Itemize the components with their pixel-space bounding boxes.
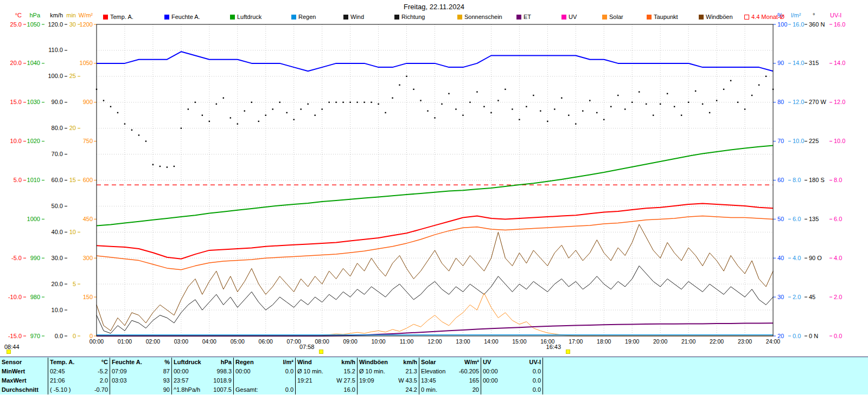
axis-tick-label: 135 xyxy=(809,216,819,222)
axis-tick-label: 14.0 xyxy=(834,60,845,66)
axis-tick-label: 100 xyxy=(777,21,787,28)
series-richtung-dot xyxy=(413,89,414,90)
x-axis-label: 17:00 xyxy=(569,338,583,345)
stats-cell: 0.0 xyxy=(516,367,542,376)
axis-tick-label: 970 xyxy=(30,333,40,339)
series-richtung-dot xyxy=(131,130,132,131)
series-richtung-dot xyxy=(399,85,400,86)
series-richtung-dot xyxy=(392,98,393,99)
series-richtung-dot xyxy=(455,108,456,109)
stats-cell: 13:45 xyxy=(419,376,455,385)
stats-cell xyxy=(357,385,393,394)
series-richtung-dot xyxy=(300,108,301,109)
stats-cell: 00:00 xyxy=(233,367,269,376)
series-richtung-dot xyxy=(209,121,210,122)
axis-tick-label: 8.0 xyxy=(793,177,801,183)
axis-tick-label: 15.0 xyxy=(10,99,22,105)
x-axis-label: 03:00 xyxy=(174,338,188,345)
series-richtung-dot xyxy=(230,117,231,118)
series-richtung-dot xyxy=(681,115,682,116)
axis-tick-label: 1030 xyxy=(27,99,40,105)
axis-tick-label: 10.0 xyxy=(10,138,22,144)
series-richtung-dot xyxy=(272,108,273,109)
stats-cell: 02:45 xyxy=(48,367,84,376)
series-richtung-dot xyxy=(709,112,710,113)
stats-header-cell: Sensor xyxy=(0,358,48,367)
series-richtung-dot xyxy=(251,102,252,103)
axis-tick-label: 30 xyxy=(777,294,784,300)
series-richtung-dot xyxy=(568,115,569,116)
stats-header-cell: % xyxy=(145,358,171,367)
x-axis-label: 06:00 xyxy=(259,338,273,345)
axis-tick-label: 300 xyxy=(83,255,93,261)
axis-tick-label: 12.0 xyxy=(834,99,845,105)
series-richtung-dot xyxy=(434,117,435,118)
stats-cell: 07:09 xyxy=(110,367,145,376)
stats-cell: Gesamt: xyxy=(233,385,269,394)
x-axis-label: 18:00 xyxy=(597,338,611,345)
stats-header-cell: Solar xyxy=(419,358,455,367)
axis-tick-label: 1010 xyxy=(27,177,40,183)
axis-tick-label: 1040 xyxy=(27,60,40,66)
stats-header-cell: UV xyxy=(481,358,516,367)
sun-marker-icon xyxy=(319,350,323,354)
x-axis-label: 09:00 xyxy=(343,338,357,345)
series-richtung-dot xyxy=(145,140,146,141)
series-richtung-dot xyxy=(547,121,548,122)
axis-tick-label: 100.0 xyxy=(48,73,63,79)
stats-cell: 1007.5 xyxy=(207,385,233,394)
axis-tick-label: 90 xyxy=(777,60,784,66)
series-richtung-dot xyxy=(152,164,154,165)
x-axis-label: 21:00 xyxy=(681,338,695,345)
axis-tick-label: 0.0 xyxy=(793,333,801,339)
axis-tick-label: 70.0 xyxy=(52,151,63,157)
series-richtung-dot xyxy=(138,134,139,135)
stats-cell: 24.2 xyxy=(393,385,419,394)
series-richtung-dot xyxy=(258,121,259,122)
stats-cell: Ø 10 min. xyxy=(295,367,331,376)
series-richtung-dot xyxy=(617,95,618,96)
series-richtung-dot xyxy=(639,91,640,92)
series-richtung-dot xyxy=(758,85,760,86)
axis-tick-label: 750 xyxy=(83,138,93,144)
axis-tick-label: 4.0 xyxy=(834,255,842,261)
axis-tick-label: 2.0 xyxy=(793,294,801,300)
stats-cell xyxy=(481,385,516,394)
axis-tick-label: 450 xyxy=(83,216,93,222)
series-richtung-dot xyxy=(279,102,280,103)
stats-cell: -5.2 xyxy=(84,367,110,376)
stats-cell: W 27.5 xyxy=(331,376,357,385)
series-richtung-dot xyxy=(448,93,449,94)
series-richtung-dot xyxy=(660,104,661,105)
series-richtung-dot xyxy=(363,102,365,103)
stats-cell: 998.3 xyxy=(207,367,233,376)
series-richtung-dot xyxy=(596,112,597,113)
x-axis-label: 24:00 xyxy=(766,338,780,345)
series-richtung-dot xyxy=(695,90,696,92)
x-axis-label: 19:00 xyxy=(625,338,639,345)
x-axis-label: 10:00 xyxy=(371,338,385,345)
stats-cell xyxy=(295,385,331,394)
axis-tick-label: 180 S xyxy=(809,177,825,183)
stats-cell: 0.0 xyxy=(516,376,542,385)
axis-tick-label: 80.0 xyxy=(52,125,63,131)
axis-tick-label: 0.0 xyxy=(834,333,842,339)
series-richtung-dot xyxy=(335,102,336,103)
stats-cell: 23:57 xyxy=(171,376,207,385)
x-axis-label: 20:00 xyxy=(653,338,667,345)
stats-row-end xyxy=(542,367,548,376)
series-richtung-dot xyxy=(554,108,555,109)
series-richtung-dot xyxy=(159,166,161,167)
axis-tick-label: 50 xyxy=(777,216,784,222)
axis-tick-label: 0.0 xyxy=(55,333,63,339)
series-richtung-dot xyxy=(188,108,189,109)
axis-tick-label: 40 xyxy=(777,255,784,261)
stats-cell: 90 xyxy=(145,385,171,394)
series-richtung-dot xyxy=(265,115,266,116)
axis-tick-label: 80 xyxy=(777,99,784,105)
x-axis-label: 04:00 xyxy=(202,338,216,345)
stats-cell: 16.0 xyxy=(331,385,357,394)
axis-tick-label: 6.0 xyxy=(793,216,801,222)
axis-tick-label: 0 N xyxy=(809,333,818,339)
stats-cell: MinWert xyxy=(0,367,48,376)
